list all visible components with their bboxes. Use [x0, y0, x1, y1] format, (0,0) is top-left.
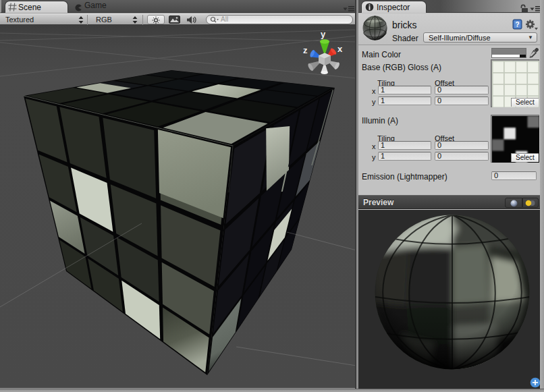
svg-text:x: x	[337, 44, 343, 54]
svg-text:z: z	[303, 45, 308, 55]
svg-text:?: ?	[516, 21, 520, 28]
svg-text:y: y	[321, 29, 326, 39]
